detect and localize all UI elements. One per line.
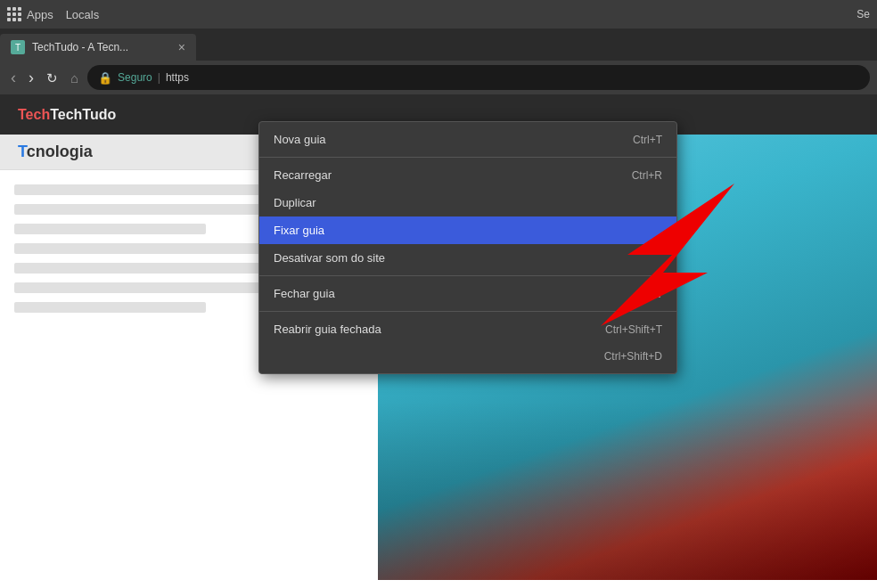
menu-item-label: Desativar som do site: [274, 251, 385, 265]
menu-item-shortcut: Ctrl+Shift+D: [604, 350, 662, 363]
locals-button[interactable]: Locals: [61, 8, 105, 21]
menu-item-label: Nova guia: [274, 133, 326, 146]
lock-icon: 🔒: [98, 71, 112, 85]
menu-item-label: Duplicar: [274, 196, 316, 209]
menu-item-extra: Ctrl+Shift+D: [259, 343, 676, 370]
menu-item-label: Recarregar: [274, 168, 332, 182]
apps-label: Apps: [27, 8, 53, 21]
menu-item-nova-guia[interactable]: Nova guia Ctrl+T: [259, 126, 676, 153]
se-label: Se: [857, 8, 870, 20]
red-arrow-annotation: [556, 184, 734, 326]
menu-item-label: Fixar guia: [274, 224, 324, 237]
tab-title: TechTudo - A Tecn...: [32, 41, 171, 53]
url-text: https: [166, 71, 189, 84]
menu-item-label: Reabrir guia fechada: [274, 323, 381, 336]
tab-bar: T TechTudo - A Tecn... ×: [0, 29, 877, 61]
menu-divider: [259, 157, 676, 158]
content-line: [14, 302, 206, 313]
navigation-bar: ‹ › ↻ ⌂ 🔒 Seguro | https: [0, 61, 877, 94]
apps-grid-icon: [7, 7, 21, 21]
image-overlay: [378, 402, 877, 580]
page-content: TechTechTudo Tcnologia Nova guia Ctrl+T …: [0, 94, 877, 588]
address-bar[interactable]: 🔒 Seguro | https: [87, 65, 870, 90]
reload-button[interactable]: ↻: [43, 71, 61, 85]
website-logo: TechTechTudo: [18, 107, 116, 123]
forward-button[interactable]: ›: [25, 69, 37, 86]
apps-button[interactable]: Apps: [7, 7, 53, 21]
separator: |: [158, 71, 160, 84]
home-button[interactable]: ⌂: [67, 71, 82, 85]
svg-marker-0: [601, 184, 734, 326]
content-line: [14, 204, 269, 215]
banner-text: Tcnologia: [18, 143, 93, 161]
content-line: [14, 263, 269, 274]
back-button[interactable]: ‹: [7, 69, 20, 86]
tab-favicon: T: [11, 40, 25, 54]
menu-item-shortcut: Ctrl+R: [632, 169, 662, 182]
browser-tab[interactable]: T TechTudo - A Tecn... ×: [0, 34, 196, 61]
secure-label: Seguro: [118, 71, 152, 84]
menu-item-label: Fechar guia: [274, 287, 335, 300]
menu-item-shortcut: Ctrl+T: [633, 134, 662, 146]
content-line: [14, 224, 206, 234]
browser-toolbar: Apps Locals Se: [0, 0, 877, 29]
tab-close-button[interactable]: ×: [178, 40, 185, 54]
